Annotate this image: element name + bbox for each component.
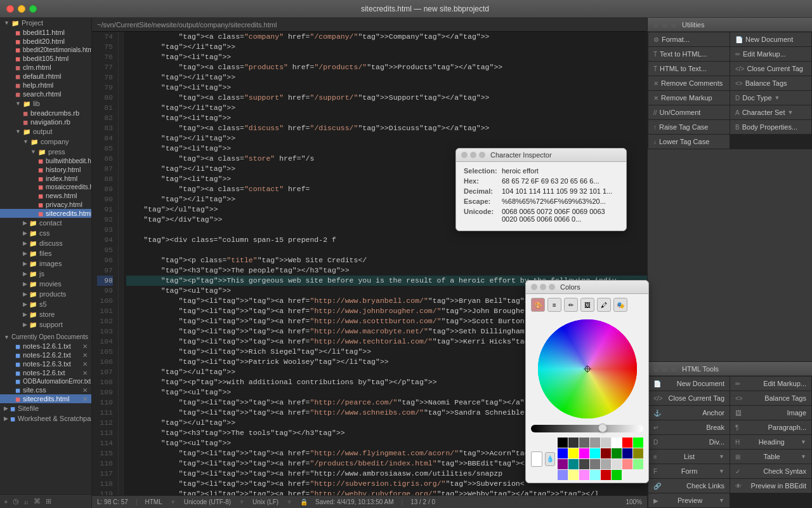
sidebar-section-lib[interactable]: ▼ 📁 lib: [0, 98, 91, 109]
code-line[interactable]: "tag"><a class="company" href="/company/…: [126, 32, 647, 42]
sidebar-open-sitecss[interactable]: ◼ site.css ✕: [0, 385, 91, 394]
sidebar-section-project[interactable]: ▼ 📁 Project: [0, 18, 91, 28]
sidebar-section-discuss[interactable]: ▶ 📁 discuss: [0, 238, 91, 248]
sidebar-item-clm[interactable]: ◼ clm.rhtml: [0, 63, 91, 72]
encoding[interactable]: Unicode (UTF-8): [184, 498, 231, 505]
edit-markup-button[interactable]: ✏ Edit Markup...: [730, 47, 811, 61]
color-crayon-btn[interactable]: 🖍: [597, 298, 611, 312]
sidebar-section-store[interactable]: ▶ 📁 store: [0, 309, 91, 319]
sidebar-section-css[interactable]: ▶ 📁 css: [0, 228, 91, 238]
remove-doc-icon[interactable]: ✕: [82, 396, 88, 403]
div-tool-button[interactable]: D Div...: [648, 435, 730, 449]
sidebar-item-history[interactable]: ◼ history.html: [0, 165, 91, 174]
sidebar-section-files[interactable]: ▶ 📁 files: [0, 248, 91, 258]
remove-comments-button[interactable]: ✕ Remove Comments: [648, 76, 730, 90]
html-to-text-button[interactable]: T HTML to Text...: [648, 62, 730, 76]
close-button[interactable]: [6, 5, 14, 13]
sidebar-item-search[interactable]: ◼ search.rhtml: [0, 90, 91, 98]
color-swatch-cell[interactable]: [568, 459, 579, 469]
sidebar-item-builtwith[interactable]: ◼ builtwithbbedit.html: [0, 157, 91, 165]
color-swatch-cell[interactable]: [568, 448, 579, 458]
list-tool-button[interactable]: ≡ List ▼: [648, 450, 730, 464]
sidebar-item-bbedit20t[interactable]: ◼ bbedit20testimonials.html: [0, 46, 91, 54]
table-tool-button[interactable]: ⊞ Table ▼: [730, 450, 811, 464]
sidebar-open-odb[interactable]: ◼ ODBAutomationError.txt ✕: [0, 377, 91, 385]
sidebar-item-help[interactable]: ◼ help.rhtml: [0, 81, 91, 90]
color-swatch-cell[interactable]: [622, 438, 632, 448]
color-wheel[interactable]: [537, 318, 638, 420]
code-line[interactable]: "tag"></li"tag">>: [126, 72, 647, 83]
sidebar-item-index[interactable]: ◼ index.html: [0, 174, 91, 183]
raise-tag-button[interactable]: ↑ Raise Tag Case: [648, 120, 730, 134]
sidebar-item-default[interactable]: ◼ default.rhtml: [0, 72, 91, 81]
preview-button[interactable]: ▶ Preview ▼: [648, 493, 730, 507]
code-line[interactable]: "tag"><li"tag">>"tag"><a href="http://we…: [126, 489, 647, 495]
color-swatch-cell[interactable]: [558, 459, 568, 469]
add-item-icon[interactable]: +: [4, 498, 8, 505]
sidebar-open-notes4[interactable]: ◼ notes-12.6.txt ✕: [0, 368, 91, 377]
code-line[interactable]: "tag"></li"tag">>: [126, 133, 647, 144]
sidebar-section-company[interactable]: ▼ 📁 company: [0, 137, 91, 147]
color-swatch-cell[interactable]: [633, 448, 643, 458]
form-tool-button[interactable]: F Form ▼: [648, 464, 730, 478]
edit-markup-tool-button[interactable]: ✏ Edit Markup...: [730, 377, 811, 391]
remove-markup-button[interactable]: ✕ Remove Markup: [648, 91, 730, 105]
color-swatch-cell[interactable]: [579, 470, 589, 480]
color-swatch-cell[interactable]: [590, 438, 600, 448]
preview-bbedit-button[interactable]: 👁 Preview in BBEdit: [730, 479, 811, 493]
image-tool-button[interactable]: 🖼 Image: [730, 406, 811, 420]
sidebar-item-bbedit20[interactable]: ◼ bbedit20.html: [0, 37, 91, 46]
sidebar-section-press[interactable]: ▼ 📁 press: [0, 147, 91, 157]
code-line[interactable]: "tag"><a class="products" href="/product…: [126, 62, 647, 72]
close-tag-tool-button[interactable]: </> Close Current Tag: [648, 391, 730, 405]
color-swatch-cell[interactable]: [601, 438, 611, 448]
code-line[interactable]: "tag"><div class="column span-15 prepend…: [126, 235, 647, 245]
color-swatch-cell[interactable]: [579, 459, 589, 469]
search-icon[interactable]: ⌕: [24, 498, 29, 505]
check-syntax-button[interactable]: ✓ Check Syntax: [730, 464, 811, 478]
color-sliders-btn[interactable]: ≡: [547, 298, 561, 312]
uncomment-button[interactable]: // Un/Comment: [648, 105, 730, 119]
sidebar-section-contact[interactable]: ▶ 📁 contact: [0, 218, 91, 228]
remove-doc-icon[interactable]: ✕: [82, 352, 88, 359]
sidebar-section-js[interactable]: ▶ 📁 js: [0, 269, 91, 279]
color-swatch-cell[interactable]: [612, 448, 622, 458]
eyedropper-tool[interactable]: 💧: [545, 452, 555, 466]
code-line[interactable]: [126, 245, 647, 255]
color-image-btn[interactable]: 🖼: [580, 298, 594, 312]
color-swatch-cell[interactable]: [590, 470, 600, 480]
sidebar-open-sitecredits[interactable]: ◼ sitecredits.html ✕: [0, 394, 91, 403]
break-tool-button[interactable]: ↵ Break: [648, 420, 730, 434]
color-swatch-cell[interactable]: [568, 438, 579, 448]
remove-doc-icon[interactable]: ✕: [82, 387, 88, 394]
sidebar-open-notes1[interactable]: ◼ notes-12.6.1.txt ✕: [0, 342, 91, 351]
color-swatch-cell[interactable]: [601, 470, 611, 480]
sidebar-item-breadcrumbs[interactable]: ◼ breadcrumbs.rb: [0, 109, 91, 117]
body-properties-button[interactable]: B Body Properties...: [730, 120, 811, 134]
color-swatch-cell[interactable]: [590, 459, 600, 469]
color-swatch[interactable]: [531, 451, 542, 467]
color-swatch-cell[interactable]: [612, 459, 622, 469]
minimize-button[interactable]: [18, 5, 25, 13]
lower-tag-button[interactable]: ↓ Lower Tag Case: [648, 135, 730, 149]
color-swatch-cell[interactable]: [579, 438, 589, 448]
sidebar-item-sitecredits[interactable]: ◼ sitecredits.html ✕: [0, 209, 91, 218]
color-wheel-btn[interactable]: 🎨: [531, 298, 545, 312]
line-ending[interactable]: Unix (LF): [252, 498, 278, 505]
color-swatch-cell[interactable]: [558, 438, 568, 448]
code-line[interactable]: "tag"><li"tag">>: [126, 83, 647, 93]
code-line[interactable]: "tag"></li"tag">>: [126, 103, 647, 113]
new-document-button[interactable]: 📄 New Document: [730, 32, 811, 46]
sidebar-item-bbedit105[interactable]: ◼ bbedit105.html: [0, 54, 91, 63]
check-links-button[interactable]: 🔗 Check Links: [648, 479, 730, 493]
color-palette-btn[interactable]: 🎭: [613, 298, 627, 312]
color-swatch-cell[interactable]: [601, 448, 611, 458]
sidebar-open-notes3[interactable]: ◼ notes-12.6.3.txt ✕: [0, 359, 91, 368]
balance-tags-tool-button[interactable]: <> Balance Tags: [730, 391, 811, 405]
color-swatch-cell[interactable]: [579, 448, 589, 458]
color-wheel-container[interactable]: [526, 316, 648, 422]
character-set-button[interactable]: A Character Set ▼: [730, 105, 811, 119]
slider-thumb[interactable]: [598, 424, 607, 432]
sidebar-section-sitefile[interactable]: ▶ ◼ Sitefile: [0, 403, 91, 413]
sidebar-section-images[interactable]: ▶ 📁 images: [0, 258, 91, 269]
